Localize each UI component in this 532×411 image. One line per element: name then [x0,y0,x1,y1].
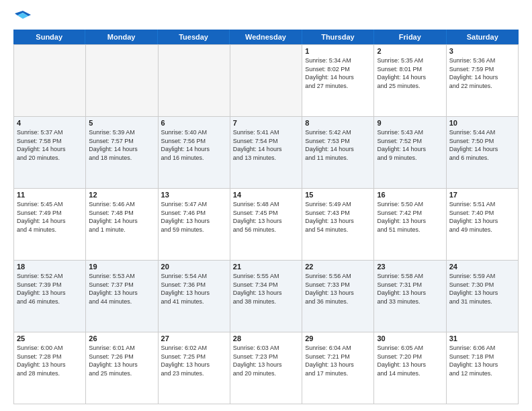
cell-info: Sunrise: 6:06 AM Sunset: 7:18 PM Dayligh… [449,344,515,377]
cell-info: Sunrise: 5:47 AM Sunset: 7:46 PM Dayligh… [161,200,227,234]
logo-icon [15,11,31,23]
cell-info: Sunrise: 5:49 AM Sunset: 7:43 PM Dayligh… [305,200,371,234]
header-day-sunday: Sunday [13,30,85,44]
cell-info: Sunrise: 5:40 AM Sunset: 7:56 PM Dayligh… [161,128,227,162]
day-number: 6 [161,119,227,127]
calendar-cell: 14Sunrise: 5:48 AM Sunset: 7:45 PM Dayli… [230,189,302,260]
day-number: 8 [305,119,371,127]
calendar-cell: 7Sunrise: 5:41 AM Sunset: 7:54 PM Daylig… [230,117,302,188]
calendar-cell: 29Sunrise: 6:04 AM Sunset: 7:21 PM Dayli… [302,332,374,404]
header-day-friday: Friday [374,30,446,44]
day-number: 30 [377,334,443,342]
cell-info: Sunrise: 5:42 AM Sunset: 7:53 PM Dayligh… [305,128,371,162]
calendar-cell: 13Sunrise: 5:47 AM Sunset: 7:46 PM Dayli… [159,189,230,260]
cell-info: Sunrise: 5:39 AM Sunset: 7:57 PM Dayligh… [89,128,154,162]
cell-info: Sunrise: 5:53 AM Sunset: 7:37 PM Dayligh… [89,272,154,306]
calendar-cell: 3Sunrise: 5:36 AM Sunset: 7:59 PM Daylig… [447,45,519,116]
cell-info: Sunrise: 5:50 AM Sunset: 7:42 PM Dayligh… [377,200,443,234]
calendar-cell: 10Sunrise: 5:44 AM Sunset: 7:50 PM Dayli… [447,117,519,188]
header-day-monday: Monday [85,30,157,44]
calendar-cell [14,45,86,116]
day-number: 21 [233,263,299,271]
header [13,11,519,23]
cell-info: Sunrise: 5:59 AM Sunset: 7:30 PM Dayligh… [449,272,515,306]
calendar-cell: 26Sunrise: 6:01 AM Sunset: 7:26 PM Dayli… [86,332,158,404]
calendar-cell: 23Sunrise: 5:58 AM Sunset: 7:31 PM Dayli… [374,261,446,332]
cell-info: Sunrise: 6:05 AM Sunset: 7:20 PM Dayligh… [377,344,443,377]
day-number: 20 [161,263,227,271]
calendar-cell [230,45,302,116]
cell-info: Sunrise: 5:48 AM Sunset: 7:45 PM Dayligh… [233,200,299,234]
calendar-cell: 6Sunrise: 5:40 AM Sunset: 7:56 PM Daylig… [159,117,230,188]
cell-info: Sunrise: 5:34 AM Sunset: 8:02 PM Dayligh… [305,56,371,90]
logo-text [13,11,31,23]
day-number: 13 [161,191,227,199]
day-number: 28 [233,334,299,342]
cell-info: Sunrise: 6:00 AM Sunset: 7:28 PM Dayligh… [17,344,83,377]
calendar-body: 1Sunrise: 5:34 AM Sunset: 8:02 PM Daylig… [13,44,519,404]
cell-info: Sunrise: 5:51 AM Sunset: 7:40 PM Dayligh… [449,200,515,234]
day-number: 31 [449,334,515,342]
cell-info: Sunrise: 5:35 AM Sunset: 8:01 PM Dayligh… [377,56,443,90]
day-number: 25 [17,334,83,342]
day-number: 10 [449,119,515,127]
day-number: 3 [449,47,515,55]
calendar-cell: 4Sunrise: 5:37 AM Sunset: 7:58 PM Daylig… [14,117,86,188]
cell-info: Sunrise: 5:41 AM Sunset: 7:54 PM Dayligh… [233,128,299,162]
cell-info: Sunrise: 5:54 AM Sunset: 7:36 PM Dayligh… [161,272,227,306]
calendar-cell: 1Sunrise: 5:34 AM Sunset: 8:02 PM Daylig… [302,45,374,116]
cell-info: Sunrise: 5:43 AM Sunset: 7:52 PM Dayligh… [377,128,443,162]
day-number: 4 [17,119,83,127]
cell-info: Sunrise: 5:56 AM Sunset: 7:33 PM Dayligh… [305,272,371,306]
day-number: 1 [305,47,371,55]
calendar-cell: 21Sunrise: 5:55 AM Sunset: 7:34 PM Dayli… [230,261,302,332]
day-number: 27 [161,334,227,342]
day-number: 9 [377,119,443,127]
cell-info: Sunrise: 5:58 AM Sunset: 7:31 PM Dayligh… [377,272,443,306]
day-number: 12 [89,191,154,199]
calendar-cell: 24Sunrise: 5:59 AM Sunset: 7:30 PM Dayli… [447,261,519,332]
calendar-row: 4Sunrise: 5:37 AM Sunset: 7:58 PM Daylig… [14,117,519,189]
cell-info: Sunrise: 5:55 AM Sunset: 7:34 PM Dayligh… [233,272,299,306]
calendar-row: 25Sunrise: 6:00 AM Sunset: 7:28 PM Dayli… [14,332,519,404]
calendar-cell: 20Sunrise: 5:54 AM Sunset: 7:36 PM Dayli… [159,261,230,332]
calendar-cell: 15Sunrise: 5:49 AM Sunset: 7:43 PM Dayli… [302,189,374,260]
calendar: SundayMondayTuesdayWednesdayThursdayFrid… [13,30,519,404]
calendar-cell: 11Sunrise: 5:45 AM Sunset: 7:49 PM Dayli… [14,189,86,260]
day-number: 29 [305,334,371,342]
day-number: 26 [89,334,154,342]
day-number: 19 [89,263,154,271]
calendar-cell: 16Sunrise: 5:50 AM Sunset: 7:42 PM Dayli… [374,189,446,260]
day-number: 17 [449,191,515,199]
calendar-cell: 30Sunrise: 6:05 AM Sunset: 7:20 PM Dayli… [374,332,446,404]
day-number: 24 [449,263,515,271]
cell-info: Sunrise: 6:02 AM Sunset: 7:25 PM Dayligh… [161,344,227,377]
day-number: 15 [305,191,371,199]
day-number: 2 [377,47,443,55]
calendar-cell: 25Sunrise: 6:00 AM Sunset: 7:28 PM Dayli… [14,332,86,404]
day-number: 11 [17,191,83,199]
header-day-tuesday: Tuesday [158,30,230,44]
cell-info: Sunrise: 5:37 AM Sunset: 7:58 PM Dayligh… [17,128,83,162]
calendar-cell: 8Sunrise: 5:42 AM Sunset: 7:53 PM Daylig… [302,117,374,188]
cell-info: Sunrise: 5:52 AM Sunset: 7:39 PM Dayligh… [17,272,83,306]
page: SundayMondayTuesdayWednesdayThursdayFrid… [0,0,532,411]
calendar-row: 1Sunrise: 5:34 AM Sunset: 8:02 PM Daylig… [14,45,519,117]
calendar-cell: 12Sunrise: 5:46 AM Sunset: 7:48 PM Dayli… [86,189,158,260]
cell-info: Sunrise: 6:01 AM Sunset: 7:26 PM Dayligh… [89,344,154,377]
day-number: 5 [89,119,154,127]
calendar-cell: 27Sunrise: 6:02 AM Sunset: 7:25 PM Dayli… [159,332,230,404]
calendar-header: SundayMondayTuesdayWednesdayThursdayFrid… [13,30,519,44]
calendar-row: 11Sunrise: 5:45 AM Sunset: 7:49 PM Dayli… [14,189,519,261]
calendar-cell [86,45,158,116]
cell-info: Sunrise: 5:36 AM Sunset: 7:59 PM Dayligh… [449,56,515,90]
cell-info: Sunrise: 6:04 AM Sunset: 7:21 PM Dayligh… [305,344,371,377]
day-number: 16 [377,191,443,199]
day-number: 22 [305,263,371,271]
calendar-cell: 28Sunrise: 6:03 AM Sunset: 7:23 PM Dayli… [230,332,302,404]
header-day-wednesday: Wednesday [230,30,302,44]
calendar-cell: 19Sunrise: 5:53 AM Sunset: 7:37 PM Dayli… [86,261,158,332]
calendar-cell [159,45,230,116]
calendar-cell: 22Sunrise: 5:56 AM Sunset: 7:33 PM Dayli… [302,261,374,332]
cell-info: Sunrise: 6:03 AM Sunset: 7:23 PM Dayligh… [233,344,299,377]
